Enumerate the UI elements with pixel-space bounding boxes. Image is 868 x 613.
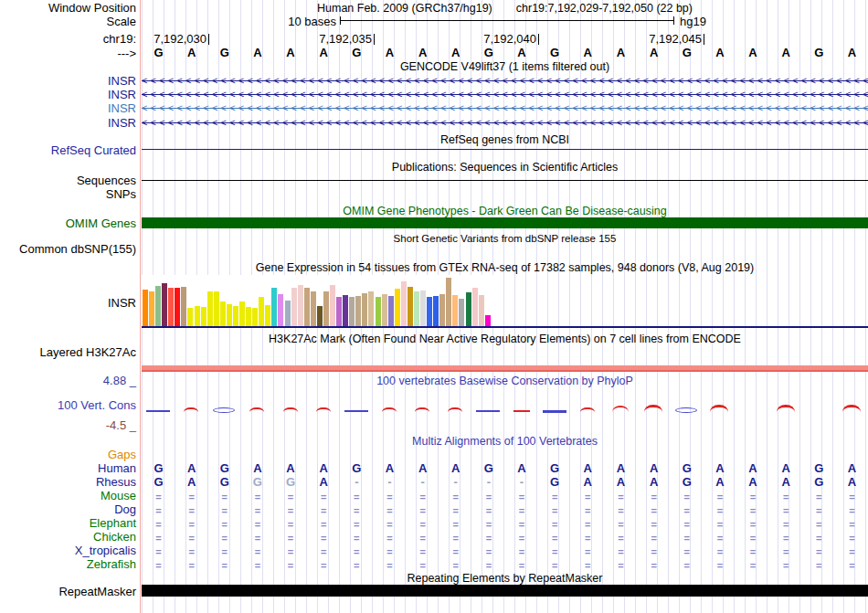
gtex-tissue-bar[interactable] — [452, 295, 458, 326]
gtex-tissue-bar[interactable] — [239, 301, 245, 326]
gtex-tissue-bar[interactable] — [466, 292, 471, 326]
gtex-tissue-bar[interactable] — [195, 306, 200, 326]
gtex-tissue-bar[interactable] — [355, 296, 361, 326]
species-label-elephant[interactable]: Elephant — [90, 517, 136, 530]
gtex-tissue-bar[interactable] — [220, 301, 226, 326]
gtex-tissue-bar[interactable] — [252, 308, 258, 326]
gtex-tissue-bar[interactable] — [214, 291, 219, 326]
gtex-tissue-bar[interactable] — [439, 294, 445, 326]
gtex-tissue-bar[interactable] — [414, 291, 419, 326]
gtex-tissue-bar[interactable] — [298, 285, 303, 326]
gtex-tissue-bar[interactable] — [207, 291, 213, 326]
gtex-tissue-bar[interactable] — [420, 291, 426, 326]
species-label-dog[interactable]: Dog — [114, 503, 136, 516]
repeatmasker-bar[interactable] — [142, 585, 868, 597]
gtex-tissue-bar[interactable] — [311, 291, 316, 326]
gtex-tissue-bar[interactable] — [330, 285, 335, 326]
track-label-phylop[interactable]: 100 Vert. Cons — [58, 399, 136, 412]
gtex-tissue-bar[interactable] — [433, 296, 439, 326]
track-label-common-dbsnp[interactable]: Common dbSNP(155) — [19, 243, 136, 256]
track-title-repeatmasker[interactable]: Repeating Elements by RepeatMasker — [142, 573, 868, 585]
track-title-gencode[interactable]: GENCODE V49lift37 (1 items filtered out) — [142, 61, 868, 73]
gtex-tissue-bar[interactable] — [362, 293, 367, 326]
species-label-rhesus[interactable]: Rhesus — [96, 476, 136, 489]
track-title-gtex[interactable]: Gene Expression in 54 tissues from GTEx … — [142, 262, 868, 274]
gtex-tissue-bar[interactable] — [304, 288, 310, 326]
track-title-phylop[interactable]: 100 vertebrates Basewise Conservation by… — [142, 375, 868, 387]
gtex-tissue-bar[interactable] — [376, 297, 381, 326]
gene-label-insr[interactable]: INSR — [108, 75, 136, 88]
track-label-gtex-insr[interactable]: INSR — [108, 297, 136, 310]
gene-exon-line[interactable]: <<<<<<<<<<<<<<<<<<<<<<<<<<<<<<<<<<<<<<<<… — [142, 102, 868, 114]
gtex-tissue-bar[interactable] — [395, 289, 400, 326]
gtex-tissue-bar[interactable] — [317, 306, 323, 326]
gtex-tissue-bar[interactable] — [265, 305, 270, 326]
track-title-dbsnp[interactable]: Short Genetic Variants from dbSNP releas… — [142, 233, 868, 245]
gtex-tissue-bar[interactable] — [278, 294, 283, 326]
refseq-gene-line[interactable] — [142, 149, 868, 150]
gtex-tissue-bar[interactable] — [168, 288, 174, 326]
track-label-gaps[interactable]: Gaps — [108, 449, 136, 461]
track-title-h3k27ac[interactable]: H3K27Ac Mark (Often Found Near Active Re… — [142, 333, 868, 345]
gene-label-insr[interactable]: INSR — [108, 102, 136, 115]
track-title-multiz[interactable]: Multiz Alignments of 100 Vertebrates — [142, 436, 868, 448]
gene-exon-line[interactable]: <<<<<<<<<<<<<<<<<<<<<<<<<<<<<<<<<<<<<<<<… — [142, 75, 868, 87]
publications-line[interactable] — [142, 180, 868, 181]
gtex-tissue-bar[interactable] — [201, 307, 206, 326]
gtex-tissue-bar[interactable] — [343, 295, 348, 326]
track-label-h3k27ac[interactable]: Layered H3K27Ac — [39, 346, 136, 359]
gtex-tissue-bar[interactable] — [227, 304, 232, 326]
gtex-tissue-bar[interactable] — [149, 291, 154, 326]
gtex-tissue-bar[interactable] — [388, 296, 394, 326]
gtex-tissue-bar[interactable] — [285, 301, 291, 326]
gtex-tissue-bar[interactable] — [155, 286, 161, 326]
gtex-tissue-bar[interactable] — [349, 297, 355, 326]
gtex-tissue-bar[interactable] — [408, 287, 413, 326]
track-title-omim[interactable]: OMIM Gene Phenotypes - Dark Green Can Be… — [142, 206, 868, 217]
track-label-omim-genes[interactable]: OMIM Genes — [66, 217, 136, 230]
species-label-mouse[interactable]: Mouse — [101, 490, 136, 502]
gtex-tissue-bar[interactable] — [271, 288, 277, 326]
gtex-tissue-bar[interactable] — [323, 291, 329, 326]
gtex-tissue-bar[interactable] — [479, 295, 484, 326]
species-label-x_tropicalis[interactable]: X_tropicalis — [75, 544, 136, 557]
gtex-tissue-bar[interactable] — [459, 299, 464, 326]
gene-exon-line[interactable]: <<<<<<<<<<<<<<<<<<<<<<<<<<<<<<<<<<<<<<<<… — [142, 117, 868, 129]
gtex-tissue-bar[interactable] — [427, 297, 432, 326]
species-label-zebrafish[interactable]: Zebrafish — [87, 558, 136, 571]
track-title-publications[interactable]: Publications: Sequences in Scientific Ar… — [142, 162, 868, 174]
species-label-chicken[interactable]: Chicken — [93, 531, 136, 544]
gtex-tissue-bar[interactable] — [233, 306, 238, 326]
gtex-tissue-bar[interactable] — [401, 281, 407, 326]
base-letter: A — [736, 47, 770, 59]
gtex-tissue-bar[interactable] — [472, 288, 478, 326]
track-label-sequences[interactable]: Sequences — [77, 174, 136, 187]
gene-label-insr[interactable]: INSR — [108, 117, 136, 130]
alignment-identity-mark: = — [538, 533, 572, 544]
gtex-tissue-bar[interactable] — [143, 290, 148, 326]
gtex-tissue-bar[interactable] — [336, 297, 342, 326]
track-label-refseq-curated[interactable]: RefSeq Curated — [51, 144, 136, 157]
gtex-tissue-bar[interactable] — [175, 288, 180, 326]
gtex-tissue-bar[interactable] — [246, 307, 251, 326]
track-label-snps[interactable]: SNPs — [106, 188, 136, 201]
track-label-repeatmasker[interactable]: RepeatMasker — [58, 586, 136, 598]
track-title-refseq[interactable]: RefSeq genes from NCBI — [142, 134, 868, 146]
gtex-tissue-bar[interactable] — [291, 288, 297, 326]
aligned-base: A — [769, 476, 803, 489]
gene-label-insr[interactable]: INSR — [108, 89, 136, 101]
h3k27ac-signal-bar[interactable] — [142, 365, 868, 372]
gtex-tissue-bar[interactable] — [446, 278, 451, 326]
gtex-tissue-bar[interactable] — [382, 294, 387, 326]
gtex-tissue-bar[interactable] — [259, 297, 264, 326]
gtex-tissue-bar[interactable] — [187, 308, 193, 326]
strand-arrow[interactable]: ---> — [117, 48, 136, 60]
gtex-tissue-bar[interactable] — [181, 287, 186, 326]
gene-exon-line[interactable]: <<<<<<<<<<<<<<<<<<<<<<<<<<<<<<<<<<<<<<<<… — [142, 89, 868, 100]
gtex-tissue-bar[interactable] — [162, 283, 167, 326]
alignment-identity-mark: = — [142, 505, 175, 516]
gtex-tissue-bar[interactable] — [368, 291, 374, 326]
gtex-tissue-bar[interactable] — [485, 315, 491, 326]
omim-gene-bar[interactable] — [142, 217, 868, 228]
species-label-human[interactable]: Human — [98, 462, 136, 475]
